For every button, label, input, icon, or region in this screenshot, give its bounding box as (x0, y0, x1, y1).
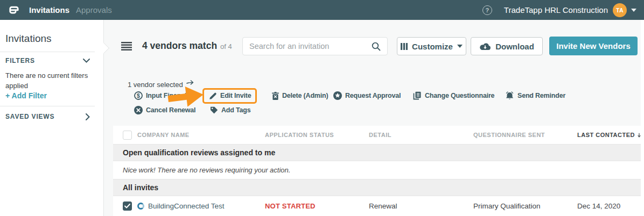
nav-invitations[interactable]: Invitations (29, 5, 69, 15)
star-circle-icon (333, 91, 342, 100)
action-delete-admin[interactable]: Delete (Admin) (272, 91, 328, 100)
x-circle-icon (134, 106, 143, 114)
svg-text:$: $ (137, 92, 140, 99)
main-content: 4 vendors matchof 4 Customize Download I… (104, 20, 644, 216)
avatar[interactable]: TA (613, 3, 627, 17)
invitations-table: COMPANY NAME APPLICATION STATUS DETAIL Q… (113, 126, 641, 216)
chevron-down-icon (457, 45, 463, 48)
topbar-right: ? TradeTapp HRL Construction TA (482, 3, 636, 17)
buildingconnected-logo-icon (137, 203, 144, 210)
scrollbar-track (641, 20, 644, 216)
org-name[interactable]: TradeTapp HRL Construction (504, 5, 608, 15)
action-send-reminder[interactable]: Send Reminder (505, 91, 565, 100)
columns-icon (401, 43, 408, 50)
invite-new-vendors-button[interactable]: Invite New Vendors (549, 37, 638, 55)
table-row[interactable]: BuildingConnected Test NOT STARTED Renew… (113, 196, 641, 216)
status-cell: NOT STARTED (265, 202, 369, 210)
divider (0, 106, 95, 106)
bell-icon (505, 91, 514, 100)
annotation-arrow (168, 84, 205, 109)
col-detail[interactable]: DETAIL (369, 132, 473, 138)
sidebar-title: Invitations (5, 33, 52, 45)
chevron-down-icon[interactable] (83, 59, 90, 63)
section-open-reviews: Open qualification reviews assigned to m… (113, 144, 641, 161)
match-count: 4 vendors matchof 4 (142, 40, 232, 52)
action-change-questionnaire[interactable]: Change Questionnaire (413, 91, 494, 100)
chevron-right-icon[interactable] (86, 113, 90, 120)
action-request-approval[interactable]: Request Approval (333, 91, 401, 100)
col-last-contacted[interactable]: LAST CONTACTED (577, 132, 641, 139)
divider (0, 52, 95, 52)
company-cell[interactable]: BuildingConnected Test (137, 202, 265, 210)
section-all-invites: All invites (113, 179, 641, 196)
dollar-circle-icon: $ (134, 91, 143, 100)
select-all-checkbox[interactable] (123, 131, 132, 140)
cloud-download-icon (479, 42, 491, 51)
annotation-highlight-box (202, 88, 257, 104)
customize-button[interactable]: Customize (397, 37, 466, 55)
saved-views-section-header[interactable]: SAVED VIEWS (5, 113, 90, 120)
menu-icon[interactable] (121, 42, 132, 51)
filters-section-header[interactable]: FILTERS (5, 57, 90, 64)
table-header: COMPANY NAME APPLICATION STATUS DETAIL Q… (113, 126, 641, 144)
sort-desc-icon (638, 132, 641, 139)
search-input[interactable] (249, 42, 372, 51)
chevron-down-icon[interactable] (631, 9, 636, 12)
search-box (242, 37, 388, 55)
sidebar: Invitations FILTERS There are no current… (0, 20, 104, 216)
download-button[interactable]: Download (471, 37, 543, 55)
questionnaire-cell: Primary Qualification (473, 202, 577, 210)
tradetapp-logo-icon[interactable] (8, 5, 20, 15)
col-application-status[interactable]: APPLICATION STATUS (265, 132, 369, 138)
questionnaire-icon (413, 91, 422, 100)
add-filter-link[interactable]: + Add Filter (5, 91, 47, 100)
topbar: Invitations Approvals ? TradeTapp HRL Co… (0, 0, 644, 20)
col-questionnaire-sent[interactable]: QUESTIONNAIRE SENT (473, 132, 577, 138)
trash-icon (272, 92, 279, 100)
last-contacted-cell: Dec 14, 2020 (577, 202, 641, 210)
tag-icon (210, 106, 218, 114)
search-icon[interactable] (372, 42, 381, 51)
detail-cell: Renewal (369, 202, 473, 210)
nav-approvals[interactable]: Approvals (76, 5, 112, 15)
top-nav: Invitations Approvals (29, 5, 112, 15)
filters-empty-text: There are no current filters applied (5, 71, 97, 91)
action-add-tags[interactable]: Add Tags (210, 105, 250, 115)
row-checkbox[interactable] (123, 201, 132, 211)
help-icon[interactable]: ? (482, 5, 492, 15)
col-company-name[interactable]: COMPANY NAME (137, 132, 265, 138)
empty-reviews-message: Nice work! There are no reviews requirin… (113, 161, 641, 179)
